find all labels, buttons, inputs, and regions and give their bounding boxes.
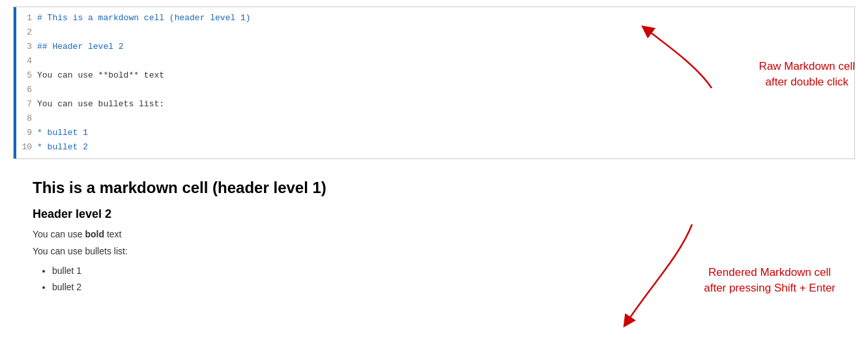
line-number: 6 [16,83,37,97]
top-arrow-svg [633,16,738,95]
code-line: 8 [16,112,854,126]
line-text: You can use **bold** text [37,68,164,83]
line-number: 2 [16,25,37,40]
bold-word: bold [85,229,104,239]
line-number: 10 [16,140,37,155]
line-number: 5 [16,68,37,83]
line-text: * bullet 2 [37,140,88,155]
bold-intro-text: You can use [33,229,85,239]
line-text: ## Header level 2 [37,40,124,54]
line-text: # This is a markdown cell (header level … [37,11,251,25]
line-number: 3 [16,40,37,54]
rendered-h1: This is a markdown cell (header level 1) [33,179,835,197]
line-number: 4 [16,54,37,68]
rendered-markdown-cell: This is a markdown cell (header level 1)… [13,166,855,315]
line-text: * bullet 1 [37,126,88,140]
line-number: 9 [16,126,37,140]
code-line: 7You can use bullets list: [16,97,854,112]
line-number: 8 [16,112,37,126]
rendered-markdown-annotation: Rendered Markdown cellafter pressing Shi… [704,265,835,296]
top-section-wrapper: 1# This is a markdown cell (header level… [0,7,868,159]
code-line: 10* bullet 2 [16,140,854,155]
code-line: 9* bullet 1 [16,126,854,140]
line-number: 7 [16,97,37,112]
line-text: You can use bullets list: [37,97,164,112]
bold-suffix-text: text [104,229,121,239]
raw-markdown-annotation: Raw Markdown cellafter double click [759,59,855,90]
line-number: 1 [16,11,37,25]
